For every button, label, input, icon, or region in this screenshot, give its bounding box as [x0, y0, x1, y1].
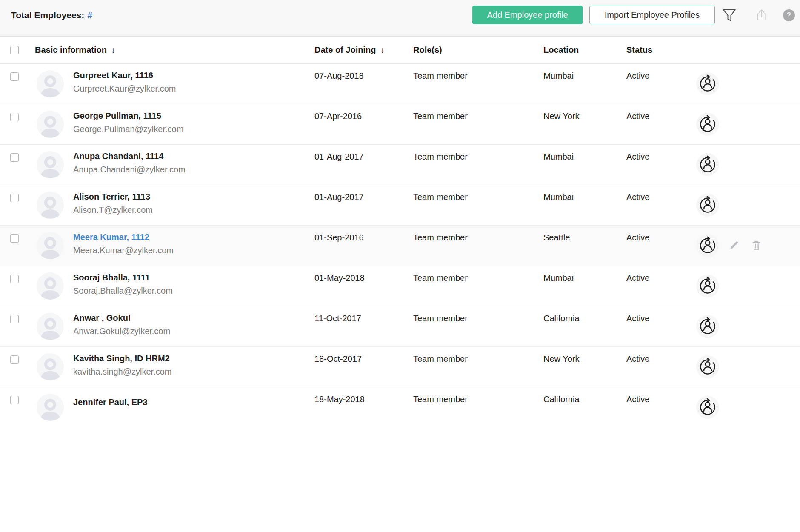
- location: California: [543, 395, 579, 404]
- user-sync-icon[interactable]: [696, 275, 719, 297]
- status: Active: [626, 152, 649, 162]
- column-basic-information[interactable]: Basic information↓: [35, 45, 115, 55]
- filter-icon[interactable]: [722, 8, 737, 23]
- role: Team member: [413, 71, 468, 81]
- date-of-joining: 11-Oct-2017: [314, 314, 361, 323]
- table-row[interactable]: Jennifer Paul, EP3 18-May-2018 Team memb…: [0, 387, 800, 428]
- status: Active: [626, 233, 649, 243]
- edit-icon[interactable]: [729, 240, 740, 251]
- import-employee-button[interactable]: Import Employee Profiles: [589, 6, 715, 24]
- add-employee-button[interactable]: Add Employee profile: [472, 6, 583, 24]
- status: Active: [626, 395, 649, 404]
- table-header: Basic information↓ Date of Joining↓ Role…: [0, 37, 800, 64]
- table-row[interactable]: Anupa Chandani, 1114 Anupa.Chandani@zylk…: [0, 145, 800, 185]
- avatar: [37, 70, 64, 97]
- employee-name[interactable]: Sooraj Bhalla, 1111: [73, 273, 150, 283]
- user-sync-icon[interactable]: [696, 396, 719, 419]
- employee-email: Gurpreet.Kaur@zylker.com: [73, 84, 176, 94]
- location: Mumbai: [543, 71, 574, 81]
- employee-name[interactable]: George Pullman, 1115: [73, 111, 161, 121]
- help-glyph: ?: [783, 9, 795, 21]
- employee-name[interactable]: Anwar , Gokul: [73, 313, 130, 323]
- employee-email: Anwar.Gokul@zylker.com: [73, 326, 170, 336]
- employee-email: Anupa.Chandani@zylker.com: [73, 165, 186, 174]
- employee-name[interactable]: Jennifer Paul, EP3: [73, 398, 148, 407]
- table-row[interactable]: George Pullman, 1115 George.Pullman@zylk…: [0, 104, 800, 145]
- user-sync-icon[interactable]: [696, 153, 719, 176]
- employee-name-link[interactable]: Meera Kumar, 1112: [73, 232, 149, 242]
- date-of-joining: 01-May-2018: [314, 273, 365, 283]
- total-employees-value[interactable]: #: [87, 10, 92, 20]
- total-employees-title: Total Employees:#: [11, 10, 92, 20]
- user-sync-icon[interactable]: [696, 72, 719, 95]
- avatar: [37, 353, 64, 380]
- avatar: [37, 151, 64, 178]
- table-row[interactable]: Kavitha Singh, ID HRM2 kavitha.singh@zyl…: [0, 347, 800, 387]
- employee-email: kavitha.singh@zylker.com: [73, 367, 172, 377]
- table-row[interactable]: Alison Terrier, 1113 Alison.T@zylker.com…: [0, 185, 800, 226]
- help-icon[interactable]: ?: [781, 8, 797, 23]
- select-all-checkbox[interactable]: [10, 46, 19, 54]
- row-checkbox[interactable]: [10, 355, 19, 364]
- row-checkbox[interactable]: [10, 113, 19, 121]
- role: Team member: [413, 354, 468, 364]
- table-row[interactable]: Sooraj Bhalla, 1111 Sooraj.Bhalla@zylker…: [0, 266, 800, 306]
- user-sync-icon[interactable]: [696, 355, 719, 378]
- status: Active: [626, 354, 649, 364]
- column-status[interactable]: Status: [626, 45, 652, 55]
- user-sync-icon[interactable]: [696, 194, 719, 217]
- location: Mumbai: [543, 152, 574, 162]
- employee-email: Alison.T@zylker.com: [73, 205, 153, 215]
- location: Mumbai: [543, 273, 574, 283]
- column-date-of-joining[interactable]: Date of Joining↓: [314, 45, 384, 55]
- row-checkbox[interactable]: [10, 234, 19, 243]
- total-employees-label: Total Employees:: [11, 10, 84, 20]
- date-of-joining: 01-Sep-2016: [314, 233, 364, 243]
- user-sync-icon[interactable]: [696, 234, 719, 257]
- avatar: [37, 232, 64, 259]
- employee-name[interactable]: Kavitha Singh, ID HRM2: [73, 354, 170, 363]
- row-checkbox[interactable]: [10, 315, 19, 323]
- delete-icon[interactable]: [751, 240, 762, 251]
- sort-arrow-icon[interactable]: ↓: [111, 45, 115, 54]
- date-of-joining: 01-Aug-2017: [314, 192, 364, 202]
- role: Team member: [413, 314, 468, 323]
- status: Active: [626, 112, 649, 121]
- role: Team member: [413, 273, 468, 283]
- row-checkbox[interactable]: [10, 396, 19, 404]
- avatar: [37, 272, 64, 300]
- table-row[interactable]: Gurpreet Kaur, 1116 Gurpreet.Kaur@zylker…: [0, 64, 800, 104]
- status: Active: [626, 314, 649, 323]
- location: California: [543, 314, 579, 323]
- sort-arrow-icon[interactable]: ↓: [380, 45, 384, 54]
- location: New York: [543, 112, 580, 121]
- row-checkbox[interactable]: [10, 153, 19, 162]
- row-checkbox[interactable]: [10, 275, 19, 283]
- date-of-joining: 07-Aug-2018: [314, 71, 364, 81]
- user-sync-icon[interactable]: [696, 315, 719, 338]
- avatar: [37, 192, 64, 219]
- employee-name[interactable]: Alison Terrier, 1113: [73, 192, 150, 202]
- column-roles[interactable]: Role(s): [413, 45, 442, 55]
- role: Team member: [413, 192, 468, 202]
- avatar: [37, 313, 64, 340]
- column-location[interactable]: Location: [543, 45, 579, 55]
- avatar: [37, 111, 64, 138]
- location: Mumbai: [543, 192, 574, 202]
- avatar: [37, 394, 64, 421]
- employee-email: Sooraj.Bhalla@zylker.com: [73, 286, 173, 296]
- row-checkbox[interactable]: [10, 72, 19, 81]
- employee-table-body: Gurpreet Kaur, 1116 Gurpreet.Kaur@zylker…: [0, 64, 800, 428]
- location: Seattle: [543, 233, 570, 243]
- location: New York: [543, 354, 580, 364]
- employee-name[interactable]: Anupa Chandani, 1114: [73, 152, 163, 161]
- table-row-hovered[interactable]: Meera Kumar, 1112 Meera.Kumar@zylker.com…: [0, 226, 800, 266]
- employee-name[interactable]: Gurpreet Kaur, 1116: [73, 71, 153, 80]
- user-sync-icon[interactable]: [696, 113, 719, 136]
- table-row[interactable]: Anwar , Gokul Anwar.Gokul@zylker.com 11-…: [0, 306, 800, 347]
- date-of-joining: 01-Aug-2017: [314, 152, 364, 162]
- row-checkbox[interactable]: [10, 194, 19, 202]
- date-of-joining: 07-Apr-2016: [314, 112, 362, 121]
- export-icon[interactable]: [754, 8, 769, 23]
- date-of-joining: 18-May-2018: [314, 395, 365, 404]
